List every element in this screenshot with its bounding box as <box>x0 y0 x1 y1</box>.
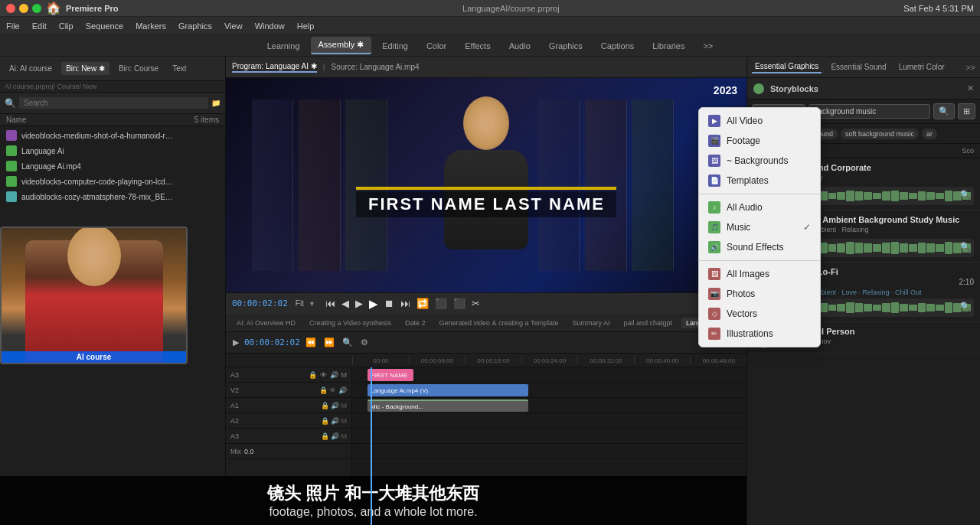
tab-program[interactable]: Program: Language AI ✱ <box>232 62 317 73</box>
tab-text[interactable]: Text <box>168 62 191 75</box>
menu-graphics[interactable]: Graphics <box>178 21 212 31</box>
play-btn[interactable]: ▶ <box>367 295 381 312</box>
dd-music-label: Music <box>727 222 750 233</box>
clip-language-ai-v[interactable]: Language Ai.mp4 (V) <box>368 384 528 396</box>
tab-learning[interactable]: Learning <box>260 38 308 54</box>
v3-mute[interactable]: M <box>341 371 348 379</box>
maximize-button[interactable] <box>32 4 41 13</box>
tab-effects[interactable]: Effects <box>457 38 498 54</box>
dd-all-images[interactable]: 🖼 All Images <box>699 264 820 284</box>
tab-assembly[interactable]: Assembly ✱ <box>311 37 372 54</box>
sb-grid-button[interactable]: ⊞ <box>958 103 975 119</box>
filter-chip-2[interactable]: soft background music <box>841 129 919 139</box>
menu-file[interactable]: File <box>6 21 20 31</box>
menu-clip[interactable]: Clip <box>59 21 74 31</box>
sb-close-icon[interactable]: ✕ <box>967 83 974 93</box>
app-name: Premiere Pro <box>66 4 118 13</box>
dd-photos[interactable]: 📷 Photos <box>699 284 820 304</box>
tl-plus-btn[interactable]: ⏩ <box>322 336 337 349</box>
tab-ai-course[interactable]: Ai: AI course <box>5 62 57 75</box>
close-button[interactable] <box>6 4 15 13</box>
tl-settings-btn[interactable]: ⚙ <box>358 336 371 349</box>
tab-essential-sound[interactable]: Essential Sound <box>828 61 889 73</box>
dropdown-arrow[interactable]: ▼ <box>309 300 315 308</box>
menu-view[interactable]: View <box>224 21 243 31</box>
clip-first-name[interactable]: FIRST NAME <box>368 369 413 381</box>
dd-all-video[interactable]: ▶ All Video <box>699 111 820 131</box>
timeline-playhead[interactable] <box>371 367 372 525</box>
a3-toggle[interactable]: A3 <box>230 432 239 440</box>
tl-play-btn[interactable]: ▶ <box>230 336 241 349</box>
minimize-button[interactable] <box>19 4 28 13</box>
filter-chip-3[interactable]: ar <box>922 129 937 139</box>
next-frame-btn[interactable]: ▶ <box>353 296 365 311</box>
v2-toggle[interactable]: V2 <box>230 386 239 394</box>
dd-backgrounds[interactable]: 🖼 ~ Backgrounds <box>699 151 820 171</box>
tl-tab-3[interactable]: Date 2 <box>400 318 430 328</box>
webcam-overlay: AI course <box>0 227 188 364</box>
out-btn[interactable]: ⬛ <box>451 296 468 311</box>
result-1-search-icon[interactable]: 🔍 <box>960 190 971 200</box>
prev-frame-btn[interactable]: ◀ <box>339 296 351 311</box>
tab-editing[interactable]: Editing <box>374 38 416 54</box>
tl-tab-5[interactable]: Summary AI <box>567 318 614 328</box>
list-item[interactable]: audioblocks-cozy-atmatsphere-78-mix_BEcL… <box>0 189 225 204</box>
menu-edit[interactable]: Edit <box>32 21 47 31</box>
dd-illustrations[interactable]: ✏ Illustrations <box>699 324 820 344</box>
search-input[interactable] <box>19 97 208 109</box>
center-panel: Program: Language AI ✱ | Source: Languag… <box>226 57 746 525</box>
menu-window[interactable]: Window <box>255 21 285 31</box>
dd-vectors[interactable]: ◇ Vectors <box>699 304 820 324</box>
tl-minus-btn[interactable]: ⏪ <box>303 336 318 349</box>
dd-sound-effects[interactable]: 🔊 Sound Effects <box>699 237 820 257</box>
menu-help[interactable]: Help <box>297 21 315 31</box>
a1-controls: 🔒 🔊 M <box>321 402 348 409</box>
tab-color[interactable]: Color <box>419 38 454 54</box>
scissors-btn[interactable]: ✂ <box>469 296 482 311</box>
tab-audio[interactable]: Audio <box>501 38 538 54</box>
tl-tab-4[interactable]: Generated video & creating a Template <box>434 318 563 328</box>
tab-graphics[interactable]: Graphics <box>541 38 590 54</box>
tab-bin-course[interactable]: Bin: Course <box>114 62 163 75</box>
tab-source[interactable]: Source: Language Ai.mp4 <box>331 63 419 71</box>
list-item[interactable]: videoblocks-computer-code-playing-on-lcd… <box>0 174 225 189</box>
tab-lumetri-color[interactable]: Lumetri Color <box>896 61 948 73</box>
loop-btn[interactable]: 🔁 <box>414 296 431 311</box>
dd-footage[interactable]: 🎬 Footage <box>699 131 820 151</box>
tab-essential-graphics[interactable]: Essential Graphics <box>752 60 822 73</box>
tab-more[interactable]: >> <box>695 38 720 54</box>
v3-toggle[interactable]: A3 <box>230 371 239 379</box>
dd-all-audio[interactable]: ♪ All Audio <box>699 197 820 217</box>
stop-btn[interactable]: ⏹ <box>382 296 397 311</box>
clip-language-ai-a[interactable]: Mic - Background... <box>368 399 528 412</box>
result-2-search-icon[interactable]: 🔍 <box>960 242 971 252</box>
mix-toggle[interactable]: Mix <box>230 448 241 455</box>
menu-markers[interactable]: Markers <box>136 21 166 31</box>
a1-toggle[interactable]: A1 <box>230 402 239 409</box>
list-item[interactable]: videoblocks-medium-shot-of-a-humanoid-ro… <box>0 128 225 143</box>
list-item[interactable]: Language Ai <box>0 143 225 158</box>
result-3-search-icon[interactable]: 🔍 <box>960 302 971 311</box>
in-btn[interactable]: ⬛ <box>433 296 449 311</box>
v3-lock[interactable]: 🔒 <box>309 371 317 379</box>
tl-tab-2[interactable]: Creating a Video synthesis <box>305 318 396 328</box>
sb-search-input[interactable] <box>808 104 930 119</box>
dd-music[interactable]: 🎵 Music ✓ <box>699 217 820 237</box>
panel-expand-btn[interactable]: >> <box>965 63 975 72</box>
v3-vol[interactable]: 🔊 <box>330 371 338 379</box>
dd-templates[interactable]: 📄 Templates <box>699 171 820 191</box>
sb-search-button[interactable]: 🔍 <box>933 103 955 119</box>
tl-tab-6[interactable]: pail and chatgpt <box>619 318 677 328</box>
tab-bin-new[interactable]: Bin: New ✱ <box>61 62 109 75</box>
tl-tab-1[interactable]: AI: AI Overview HD <box>232 318 300 328</box>
step-fwd-btn[interactable]: ⏭ <box>398 296 413 311</box>
list-item[interactable]: Language Ai.mp4 <box>0 158 225 174</box>
a2-toggle[interactable]: A2 <box>230 417 239 425</box>
step-back-btn[interactable]: ⏮ <box>323 296 338 311</box>
v3-eye[interactable]: 👁 <box>320 371 327 379</box>
tl-zoom-btn[interactable]: 🔍 <box>340 336 355 349</box>
tab-libraries[interactable]: Libraries <box>645 38 692 54</box>
menu-sequence[interactable]: Sequence <box>86 21 124 31</box>
dd-templates-label: Templates <box>727 175 769 186</box>
tab-captions[interactable]: Captions <box>593 38 642 54</box>
